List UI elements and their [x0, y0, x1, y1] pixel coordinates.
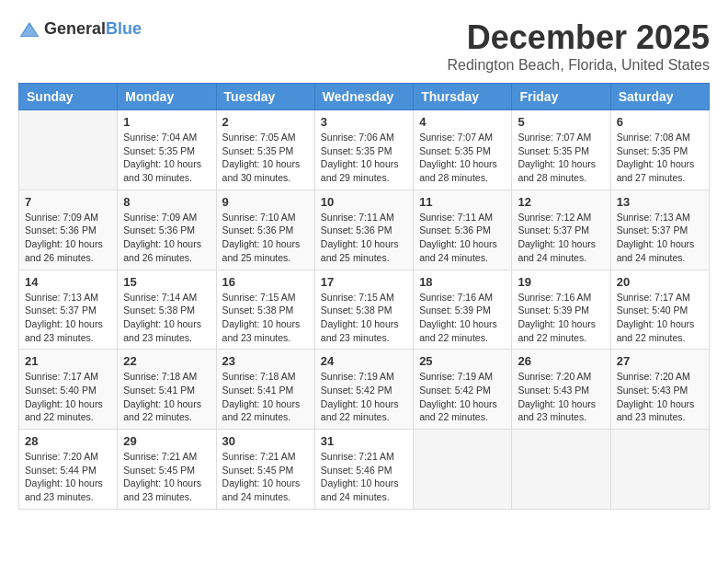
calendar-day-cell [512, 430, 610, 510]
day-info: Sunrise: 7:18 AMSunset: 5:41 PMDaylight:… [123, 370, 210, 424]
calendar-week-row: 28Sunrise: 7:20 AMSunset: 5:44 PMDayligh… [19, 430, 710, 510]
day-info: Sunrise: 7:09 AMSunset: 5:36 PMDaylight:… [25, 211, 111, 265]
day-number: 2 [222, 115, 309, 129]
day-info: Sunrise: 7:11 AMSunset: 5:36 PMDaylight:… [419, 211, 506, 265]
day-info: Sunrise: 7:13 AMSunset: 5:37 PMDaylight:… [617, 211, 703, 265]
day-info: Sunrise: 7:18 AMSunset: 5:41 PMDaylight:… [222, 370, 309, 424]
day-number: 18 [419, 275, 506, 289]
calendar-weekday-header: Tuesday [216, 84, 314, 110]
calendar-day-cell: 6Sunrise: 7:08 AMSunset: 5:35 PMDaylight… [610, 110, 709, 190]
calendar-day-cell: 2Sunrise: 7:05 AMSunset: 5:35 PMDaylight… [216, 110, 314, 190]
day-info: Sunrise: 7:16 AMSunset: 5:39 PMDaylight:… [518, 291, 604, 345]
calendar-weekday-header: Saturday [610, 84, 709, 110]
calendar-day-cell: 12Sunrise: 7:12 AMSunset: 5:37 PMDayligh… [512, 190, 610, 270]
day-number: 1 [123, 115, 210, 129]
day-number: 26 [518, 354, 604, 368]
day-info: Sunrise: 7:14 AMSunset: 5:38 PMDaylight:… [123, 291, 210, 345]
calendar-day-cell: 18Sunrise: 7:16 AMSunset: 5:39 PMDayligh… [414, 270, 512, 350]
calendar-day-cell: 27Sunrise: 7:20 AMSunset: 5:43 PMDayligh… [610, 350, 709, 430]
day-number: 28 [25, 434, 111, 448]
day-number: 27 [617, 354, 703, 368]
day-number: 9 [222, 195, 309, 209]
calendar-day-cell: 9Sunrise: 7:10 AMSunset: 5:36 PMDaylight… [216, 190, 314, 270]
day-number: 4 [419, 115, 506, 129]
calendar-day-cell [610, 430, 709, 510]
day-info: Sunrise: 7:21 AMSunset: 5:45 PMDaylight:… [222, 450, 309, 504]
day-info: Sunrise: 7:11 AMSunset: 5:36 PMDaylight:… [321, 211, 407, 265]
day-number: 22 [123, 354, 210, 368]
calendar-day-cell: 14Sunrise: 7:13 AMSunset: 5:37 PMDayligh… [19, 270, 118, 350]
calendar-weekday-header: Monday [118, 84, 216, 110]
calendar-weekday-header: Wednesday [314, 84, 413, 110]
day-number: 24 [321, 354, 407, 368]
calendar-day-cell: 3Sunrise: 7:06 AMSunset: 5:35 PMDaylight… [314, 110, 413, 190]
calendar-day-cell: 21Sunrise: 7:17 AMSunset: 5:40 PMDayligh… [19, 350, 118, 430]
calendar-day-cell: 8Sunrise: 7:09 AMSunset: 5:36 PMDaylight… [118, 190, 216, 270]
day-number: 16 [222, 275, 309, 289]
day-info: Sunrise: 7:20 AMSunset: 5:44 PMDaylight:… [25, 450, 111, 504]
header: GeneralBlue December 2025 Redington Beac… [18, 18, 710, 74]
day-number: 29 [123, 434, 210, 448]
calendar-day-cell: 23Sunrise: 7:18 AMSunset: 5:41 PMDayligh… [216, 350, 314, 430]
day-info: Sunrise: 7:15 AMSunset: 5:38 PMDaylight:… [222, 291, 309, 345]
day-info: Sunrise: 7:07 AMSunset: 5:35 PMDaylight:… [419, 131, 506, 185]
day-number: 21 [25, 354, 111, 368]
calendar-day-cell: 7Sunrise: 7:09 AMSunset: 5:36 PMDaylight… [19, 190, 118, 270]
day-info: Sunrise: 7:05 AMSunset: 5:35 PMDaylight:… [222, 131, 309, 185]
month-title: December 2025 [448, 18, 711, 57]
calendar-weekday-header: Thursday [414, 84, 512, 110]
day-number: 30 [222, 434, 309, 448]
day-info: Sunrise: 7:08 AMSunset: 5:35 PMDaylight:… [617, 131, 703, 185]
calendar-day-cell: 29Sunrise: 7:21 AMSunset: 5:45 PMDayligh… [118, 430, 216, 510]
day-number: 14 [25, 275, 111, 289]
calendar-day-cell: 30Sunrise: 7:21 AMSunset: 5:45 PMDayligh… [216, 430, 314, 510]
day-number: 23 [222, 354, 309, 368]
calendar-day-cell: 17Sunrise: 7:15 AMSunset: 5:38 PMDayligh… [314, 270, 413, 350]
calendar-weekday-header: Sunday [19, 84, 118, 110]
day-info: Sunrise: 7:06 AMSunset: 5:35 PMDaylight:… [321, 131, 407, 185]
calendar-day-cell: 15Sunrise: 7:14 AMSunset: 5:38 PMDayligh… [118, 270, 216, 350]
title-section: December 2025 Redington Beach, Florida, … [448, 18, 711, 74]
day-info: Sunrise: 7:19 AMSunset: 5:42 PMDaylight:… [321, 370, 407, 424]
calendar-day-cell: 25Sunrise: 7:19 AMSunset: 5:42 PMDayligh… [414, 350, 512, 430]
day-number: 7 [25, 195, 111, 209]
day-number: 6 [617, 115, 703, 129]
calendar-week-row: 1Sunrise: 7:04 AMSunset: 5:35 PMDaylight… [19, 110, 710, 190]
day-info: Sunrise: 7:07 AMSunset: 5:35 PMDaylight:… [518, 131, 604, 185]
calendar-header-row: SundayMondayTuesdayWednesdayThursdayFrid… [19, 84, 710, 110]
day-info: Sunrise: 7:13 AMSunset: 5:37 PMDaylight:… [25, 291, 111, 345]
calendar-table: SundayMondayTuesdayWednesdayThursdayFrid… [18, 83, 710, 510]
calendar-day-cell: 1Sunrise: 7:04 AMSunset: 5:35 PMDaylight… [118, 110, 216, 190]
day-info: Sunrise: 7:17 AMSunset: 5:40 PMDaylight:… [617, 291, 703, 345]
day-info: Sunrise: 7:20 AMSunset: 5:43 PMDaylight:… [617, 370, 703, 424]
calendar-week-row: 7Sunrise: 7:09 AMSunset: 5:36 PMDaylight… [19, 190, 710, 270]
day-info: Sunrise: 7:20 AMSunset: 5:43 PMDaylight:… [518, 370, 604, 424]
calendar-day-cell: 11Sunrise: 7:11 AMSunset: 5:36 PMDayligh… [414, 190, 512, 270]
day-info: Sunrise: 7:10 AMSunset: 5:36 PMDaylight:… [222, 211, 309, 265]
calendar-day-cell: 31Sunrise: 7:21 AMSunset: 5:46 PMDayligh… [314, 430, 413, 510]
day-number: 12 [518, 195, 604, 209]
calendar-day-cell [19, 110, 118, 190]
calendar-day-cell: 24Sunrise: 7:19 AMSunset: 5:42 PMDayligh… [314, 350, 413, 430]
calendar-day-cell: 22Sunrise: 7:18 AMSunset: 5:41 PMDayligh… [118, 350, 216, 430]
day-number: 31 [321, 434, 407, 448]
calendar-day-cell: 20Sunrise: 7:17 AMSunset: 5:40 PMDayligh… [610, 270, 709, 350]
calendar-day-cell: 16Sunrise: 7:15 AMSunset: 5:38 PMDayligh… [216, 270, 314, 350]
day-number: 19 [518, 275, 604, 289]
day-number: 15 [123, 275, 210, 289]
calendar-day-cell: 5Sunrise: 7:07 AMSunset: 5:35 PMDaylight… [512, 110, 610, 190]
calendar-day-cell: 28Sunrise: 7:20 AMSunset: 5:44 PMDayligh… [19, 430, 118, 510]
day-number: 5 [518, 115, 604, 129]
day-info: Sunrise: 7:21 AMSunset: 5:46 PMDaylight:… [321, 450, 407, 504]
calendar-weekday-header: Friday [512, 84, 610, 110]
logo-general: GeneralBlue [44, 20, 142, 39]
day-number: 10 [321, 195, 407, 209]
day-info: Sunrise: 7:19 AMSunset: 5:42 PMDaylight:… [419, 370, 506, 424]
location-title: Redington Beach, Florida, United States [448, 57, 711, 74]
calendar-day-cell: 19Sunrise: 7:16 AMSunset: 5:39 PMDayligh… [512, 270, 610, 350]
calendar-day-cell: 4Sunrise: 7:07 AMSunset: 5:35 PMDaylight… [414, 110, 512, 190]
day-info: Sunrise: 7:15 AMSunset: 5:38 PMDaylight:… [321, 291, 407, 345]
day-info: Sunrise: 7:04 AMSunset: 5:35 PMDaylight:… [123, 131, 210, 185]
day-number: 13 [617, 195, 703, 209]
svg-marker-1 [21, 24, 38, 36]
